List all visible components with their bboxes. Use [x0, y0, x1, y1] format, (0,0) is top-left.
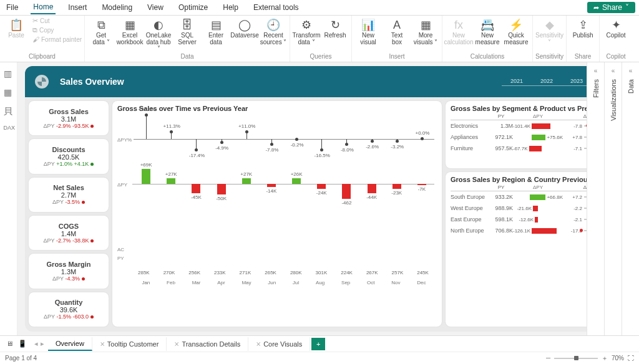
- zoom-in-button[interactable]: ＋: [602, 354, 608, 363]
- ribbon-group-copilot: ✦CopilotCopilot: [600, 16, 632, 62]
- ribbon-recent-sources[interactable]: 🕘Recentsources ˅: [260, 17, 287, 52]
- pane-data[interactable]: «Data: [622, 62, 639, 335]
- menu-bar: FileHomeInsertModelingViewOptimizeHelpEx…: [0, 0, 639, 16]
- ribbon-excel-workbook[interactable]: ▦Excelworkbook: [116, 17, 144, 52]
- ribbon: 📋Paste ✂Cut ⧉Copy 🖌Format painter Clipbo…: [0, 16, 639, 62]
- ribbon-group-calculations: fxNewcalculation📇Newmeasure⚡Quickmeasure…: [442, 16, 533, 62]
- copy-button[interactable]: ⧉Copy: [32, 26, 82, 34]
- ribbon-group-queries: ⚙Transformdata ˅↻RefreshQueries: [290, 16, 352, 62]
- ribbon-new-visual[interactable]: 📊Newvisual: [354, 17, 382, 52]
- format-painter-button[interactable]: 🖌Format painter: [32, 36, 82, 43]
- kpi-cogs[interactable]: COGS1.4MΔPY -2.7% -38.8K: [29, 216, 109, 250]
- year-tab-2022[interactable]: 2022: [532, 78, 562, 86]
- fit-page-button[interactable]: ⛶: [628, 355, 634, 362]
- page-nav-next[interactable]: ▸: [41, 340, 44, 348]
- kpi-discounts[interactable]: Discounts420.5KΔPY +1.0% +4.1K: [29, 139, 109, 173]
- kpi-column: Gross Sales3.1MΔPY -2.9% -93.5KDiscounts…: [29, 101, 109, 327]
- ribbon-enter-data[interactable]: ▤Enterdata: [202, 17, 230, 52]
- kpi-quantity[interactable]: Quantity39.6KΔPY -1.5% -603.0: [29, 292, 109, 327]
- kpi-gross-margin[interactable]: Gross Margin1.3MΔPY -4.3%: [29, 254, 109, 288]
- menu-home[interactable]: Home: [31, 1, 56, 14]
- ribbon-refresh[interactable]: ↻Refresh: [321, 17, 349, 52]
- add-page-button[interactable]: +: [311, 338, 325, 350]
- logo-icon: [35, 75, 49, 89]
- mobile-layout-icon[interactable]: 📱: [18, 340, 27, 348]
- ribbon-sensitivity[interactable]: ◆Sensitivity˅: [536, 17, 563, 52]
- dax-view-icon[interactable]: DAX: [4, 125, 14, 135]
- group-label: Clipboard: [29, 53, 56, 60]
- zoom-out-button[interactable]: ─: [546, 355, 550, 362]
- ribbon-quick-measure[interactable]: ⚡Quickmeasure: [502, 17, 530, 52]
- page-title: Sales Overview: [60, 77, 124, 87]
- workspace: ▥ ▦ ⾙ DAX Sales Overview 202120222023202…: [0, 62, 639, 335]
- ribbon-more-visuals[interactable]: ▦Morevisuals ˅: [412, 17, 439, 52]
- menu-help[interactable]: Help: [220, 1, 241, 14]
- kpi-net-sales[interactable]: Net Sales2.7MΔPY -3.5%: [29, 178, 109, 212]
- report-view-icon[interactable]: ▥: [4, 69, 14, 79]
- cut-button[interactable]: ✂Cut: [32, 17, 82, 25]
- ribbon-publish[interactable]: ⇪Publish: [569, 17, 597, 52]
- model-view-icon[interactable]: ⾙: [4, 106, 14, 116]
- view-rail: ▥ ▦ ⾙ DAX: [0, 62, 17, 335]
- ribbon-text-box[interactable]: ATextbox: [383, 17, 411, 52]
- desktop-layout-icon[interactable]: 🖥: [6, 340, 13, 348]
- ribbon-sql-server[interactable]: 🗄SQLServer: [173, 17, 201, 52]
- ribbon-group-share: ⇪PublishShare: [567, 16, 600, 62]
- page-tab-strip: 🖥 📱 ◂ ▸ Overview⨯Tooltip Customer⨯Transa…: [0, 335, 639, 352]
- page-indicator: Page 1 of 4: [5, 355, 37, 362]
- kpi-gross-sales[interactable]: Gross Sales3.1MΔPY -2.9% -93.5K: [29, 101, 109, 135]
- ribbon-onelake-data-hub[interactable]: ◐OneLakedata hub ˅: [145, 17, 172, 52]
- ribbon-group-sensitivity: ◆Sensitivity˅Sensitivity: [533, 16, 567, 62]
- page-tab-transaction-details[interactable]: ⨯Transaction Details: [167, 337, 248, 351]
- dashboard: Sales Overview 2021202220232024 Gross Sa…: [25, 66, 632, 332]
- page-tab-tooltip-customer[interactable]: ⨯Tooltip Customer: [92, 337, 167, 351]
- share-button[interactable]: Share ˅: [587, 2, 635, 13]
- status-bar: Page 1 of 4 ─ ＋ 70% ⛶: [0, 352, 639, 364]
- page-tab-core-visuals[interactable]: ⨯Core Visuals: [248, 337, 310, 351]
- side-panes: «Filters«Visualizations«Data: [587, 62, 639, 335]
- ribbon-new-measure[interactable]: 📇Newmeasure: [474, 17, 501, 52]
- ribbon-group-data: ⧉Getdata ˅▦Excelworkbook◐OneLakedata hub…: [85, 16, 290, 62]
- report-canvas[interactable]: Sales Overview 2021202220232024 Gross Sa…: [17, 62, 639, 335]
- pane-filters[interactable]: «Filters: [587, 62, 604, 335]
- ribbon-dataverse[interactable]: ◯Dataverse: [231, 17, 258, 52]
- menu-insert[interactable]: Insert: [66, 1, 89, 14]
- ribbon-get-data[interactable]: ⧉Getdata ˅: [87, 17, 115, 52]
- menu-file[interactable]: File: [4, 1, 21, 14]
- paste-button[interactable]: 📋Paste: [2, 17, 30, 52]
- menu-optimize[interactable]: Optimize: [176, 1, 210, 14]
- zoom-level: 70%: [612, 355, 624, 362]
- ribbon-transform-data[interactable]: ⚙Transformdata ˅: [293, 17, 320, 52]
- ribbon-group-insert: 📊NewvisualATextbox▦Morevisuals ˅Insert: [352, 16, 442, 62]
- table-view-icon[interactable]: ▦: [4, 87, 14, 97]
- ribbon-copilot[interactable]: ✦Copilot: [602, 17, 630, 52]
- zoom-slider[interactable]: [554, 358, 598, 359]
- chart-gross-sales-time[interactable]: Gross Sales over Time vs Previous Year Δ…: [112, 101, 442, 327]
- year-tab-2021[interactable]: 2021: [502, 78, 532, 86]
- menu-view[interactable]: View: [145, 1, 166, 14]
- menu-external-tools[interactable]: External tools: [251, 1, 301, 14]
- ribbon-group-clipboard: 📋Paste ✂Cut ⧉Copy 🖌Format painter Clipbo…: [0, 16, 85, 62]
- page-nav-prev[interactable]: ◂: [34, 340, 38, 348]
- ribbon-new-calculation[interactable]: fxNewcalculation: [445, 17, 472, 52]
- menu-modeling[interactable]: Modeling: [99, 1, 135, 14]
- pane-visualizations[interactable]: «Visualizations: [604, 62, 622, 335]
- page-tab-overview[interactable]: Overview: [48, 337, 92, 351]
